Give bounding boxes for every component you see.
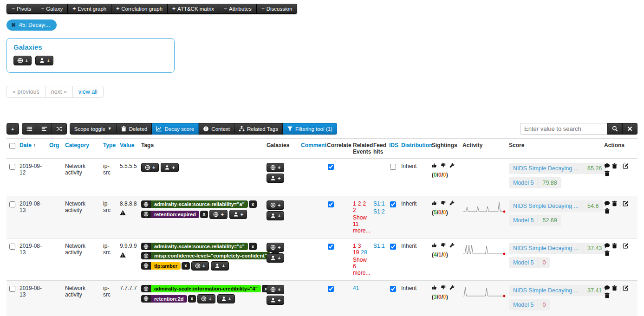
- header-category[interactable]: Category: [63, 139, 101, 159]
- header-comment[interactable]: Comment: [299, 139, 325, 159]
- related-event-link[interactable]: 2: [353, 207, 356, 213]
- add-local-galaxy-button[interactable]: +: [35, 56, 53, 65]
- related-event-link[interactable]: 28: [361, 249, 367, 256]
- decay-score-badge[interactable]: NIDS Simple Decaying ...37.43: [509, 243, 606, 254]
- tab-correlation-graph[interactable]: +Correlation graph: [111, 4, 167, 13]
- delete-attribute-button[interactable]: [604, 292, 610, 300]
- view-all-button[interactable]: view all: [72, 86, 104, 98]
- decay-filter-pill[interactable]: ✖ 45: Decayi...: [7, 19, 57, 31]
- advanced-sightings-button[interactable]: [449, 163, 456, 169]
- decay-score-badge[interactable]: Model 50: [509, 299, 550, 310]
- delete-attribute-button[interactable]: [604, 208, 610, 215]
- close-icon[interactable]: ✖: [11, 22, 16, 28]
- related-event-link[interactable]: 1: [353, 243, 356, 249]
- search-button[interactable]: [607, 123, 623, 135]
- add-local-galaxy-button[interactable]: +: [267, 211, 284, 220]
- add-local-tag-button[interactable]: +: [229, 210, 247, 219]
- tab-att-ck-matrix[interactable]: +ATT&CK matrix: [167, 4, 219, 13]
- soft-delete-button[interactable]: [611, 285, 618, 292]
- next-page-button[interactable]: next »: [45, 86, 73, 98]
- add-local-galaxy-button[interactable]: +: [267, 174, 284, 183]
- related-event-link[interactable]: 3: [358, 243, 361, 249]
- tab-discussion[interactable]: −Discussion: [256, 4, 297, 13]
- add-sighting-button[interactable]: [432, 285, 439, 291]
- advanced-sightings-button[interactable]: [449, 285, 456, 291]
- decay-score-badge[interactable]: Model 579.88: [509, 177, 561, 188]
- row-select-checkbox[interactable]: [9, 201, 15, 207]
- add-galaxy-button[interactable]: +: [141, 163, 159, 172]
- add-local-tag-button[interactable]: +: [211, 261, 228, 271]
- header-date[interactable]: Date ↑: [18, 139, 47, 159]
- edit-attribute-button[interactable]: [623, 163, 629, 170]
- row-select-checkbox[interactable]: [9, 286, 15, 292]
- scope-toggle-button[interactable]: Scope toggle▼: [70, 123, 117, 135]
- add-false-positive-button[interactable]: [441, 163, 448, 169]
- ids-checkbox[interactable]: [390, 286, 396, 292]
- remove-tag-button[interactable]: x: [249, 243, 257, 250]
- add-sighting-button[interactable]: [432, 200, 439, 207]
- correlate-checkbox[interactable]: [328, 164, 334, 170]
- add-comment-button[interactable]: [604, 200, 610, 208]
- add-attribute-button[interactable]: +: [7, 123, 19, 135]
- edit-attribute-button[interactable]: [623, 200, 629, 208]
- advanced-sightings-button[interactable]: [449, 200, 456, 207]
- header-distribution[interactable]: Distribution: [399, 139, 430, 159]
- tab-attributes[interactable]: −Attributes: [219, 4, 256, 13]
- remove-tag-button[interactable]: x: [249, 200, 257, 208]
- clear-search-button[interactable]: [623, 123, 637, 135]
- add-local-tag-button[interactable]: +: [217, 294, 235, 303]
- add-comment-button[interactable]: [604, 285, 610, 292]
- related-event-link[interactable]: 19: [353, 249, 359, 256]
- add-galaxy-button[interactable]: +: [267, 285, 284, 294]
- correlate-checkbox[interactable]: [328, 244, 334, 250]
- row-select-checkbox[interactable]: [9, 164, 15, 170]
- decay-score-badge[interactable]: NIDS Simple Decaying ...65.26: [509, 163, 606, 174]
- ids-checkbox[interactable]: [390, 244, 396, 250]
- previous-page-button[interactable]: « previous: [7, 86, 46, 98]
- add-galaxy-button[interactable]: +: [267, 243, 284, 252]
- soft-delete-button[interactable]: [611, 243, 618, 250]
- search-input[interactable]: [520, 123, 607, 135]
- add-sighting-button[interactable]: [432, 243, 439, 249]
- related-event-link[interactable]: 2: [363, 200, 366, 207]
- add-comment-button[interactable]: [604, 243, 610, 250]
- remove-tag-button[interactable]: x: [182, 262, 190, 270]
- add-false-positive-button[interactable]: [441, 200, 448, 207]
- tag-label[interactable]: retention:2d: [151, 295, 187, 303]
- related-event-link[interactable]: 1: [353, 200, 356, 207]
- context-button[interactable]: Context: [199, 123, 234, 135]
- add-galaxy-button[interactable]: +: [267, 200, 284, 210]
- shuffle-view-button[interactable]: [52, 123, 67, 135]
- add-local-galaxy-button[interactable]: +: [267, 296, 284, 305]
- decay-score-badge[interactable]: Model 50: [509, 257, 550, 268]
- header-type[interactable]: Type: [101, 139, 118, 159]
- remove-tag-button[interactable]: x: [188, 295, 196, 303]
- show-more-link[interactable]: Show 11 more...: [353, 214, 370, 234]
- soft-delete-button[interactable]: [611, 200, 618, 208]
- proposals-view-button[interactable]: [37, 123, 52, 135]
- tab-event-graph[interactable]: +Event graph: [67, 4, 111, 13]
- tag-label[interactable]: misp:confidence-level="completely-confid…: [151, 252, 270, 259]
- add-comment-button[interactable]: [604, 163, 610, 170]
- show-more-link[interactable]: Show 6 more...: [353, 257, 370, 276]
- ids-checkbox[interactable]: [390, 164, 396, 170]
- tag-label[interactable]: admiralty-scale:source-reliability="a": [151, 200, 248, 208]
- decay-score-badge[interactable]: Model 552.69: [509, 215, 561, 226]
- add-galaxy-button[interactable]: +: [191, 261, 209, 271]
- feed-hit-link[interactable]: S1:1: [373, 200, 385, 207]
- feed-hit-link[interactable]: S1:1: [373, 243, 385, 249]
- deleted-button[interactable]: Deleted: [117, 123, 152, 135]
- row-select-checkbox[interactable]: [9, 244, 15, 250]
- delete-attribute-button[interactable]: [604, 170, 610, 178]
- add-false-positive-button[interactable]: [441, 243, 448, 249]
- edit-attribute-button[interactable]: [623, 285, 629, 292]
- related-event-link[interactable]: 2: [358, 200, 361, 207]
- delete-attribute-button[interactable]: [604, 250, 610, 258]
- tab-galaxy[interactable]: −Galaxy: [36, 4, 67, 13]
- add-galaxy-button[interactable]: +: [209, 210, 227, 219]
- add-galaxy-button[interactable]: +: [267, 163, 284, 172]
- add-galaxy-button[interactable]: +: [197, 294, 215, 303]
- list-view-button[interactable]: [22, 123, 37, 135]
- filtering-tool-button[interactable]: Filtering tool (1): [283, 123, 337, 135]
- advanced-sightings-button[interactable]: [449, 243, 456, 249]
